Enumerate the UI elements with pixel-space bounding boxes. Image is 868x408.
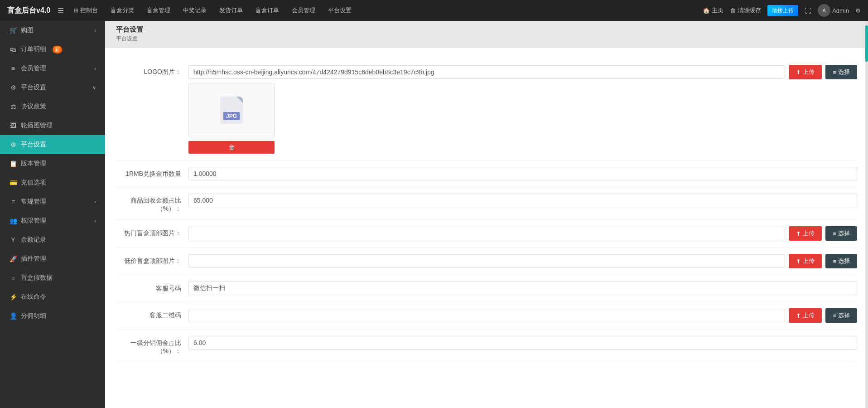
nav-ship-order[interactable]: 发货订单 xyxy=(214,4,248,17)
home-icon: 🏠 xyxy=(703,7,710,14)
member-icon: ≡ xyxy=(9,65,17,72)
list-icon-3: ≡ xyxy=(833,258,836,265)
recharge-icon: 💳 xyxy=(9,179,17,186)
logo-url-input[interactable] xyxy=(188,65,785,79)
cheap-box-control: ⬆ 上传 ≡ 选择 xyxy=(188,254,857,268)
sidebar-item-commission[interactable]: 👤 分佣明细 xyxy=(0,306,105,325)
logo-preview: JPG xyxy=(188,83,275,137)
dashboard-icon: ⊞ xyxy=(74,7,78,14)
sidebar-item-goutou[interactable]: 🛒 购图 ‹ xyxy=(0,21,105,40)
policy-icon: ⚖ xyxy=(9,103,17,110)
hot-box-url-input[interactable] xyxy=(188,227,785,240)
sidebar-item-online-cmd[interactable]: ⚡ 在线命令 xyxy=(0,287,105,306)
gear-btn[interactable]: ⚙ xyxy=(855,7,861,14)
jpg-label: JPG xyxy=(223,112,240,120)
upload-icon-4: ⬆ xyxy=(796,312,801,319)
sidebar-item-platform[interactable]: ⚙ 平台设置 ∨ xyxy=(0,78,105,97)
sidebar-item-plugin[interactable]: 🚀 插件管理 xyxy=(0,249,105,268)
form-content: LOGO图片： ⬆ 上传 ≡ 选择 xyxy=(105,48,868,408)
jpg-icon: JPG xyxy=(220,97,243,124)
sidebar: 🛒 购图 ‹ 🛍 订单明细 新 ≡ 会员管理 ‹ ⚙ 平台设置 ∨ ⚖ 协议政策… xyxy=(0,21,105,408)
service-qr-input-row: ⬆ 上传 ≡ 选择 xyxy=(188,308,857,323)
rmb-input[interactable] xyxy=(188,167,857,180)
recycle-input[interactable] xyxy=(188,194,857,207)
sidebar-item-policy[interactable]: ⚖ 协议政策 xyxy=(0,97,105,116)
file-icon: JPG xyxy=(220,97,243,124)
service-code-label: 客服号码 xyxy=(116,282,188,293)
hot-box-upload-btn[interactable]: ⬆ 上传 xyxy=(789,226,822,241)
service-qr-upload-btn[interactable]: ⬆ 上传 xyxy=(789,308,822,323)
user-info[interactable]: A Admin xyxy=(818,4,849,17)
fullscreen-btn[interactable]: ⛶ xyxy=(805,7,811,15)
service-code-control xyxy=(188,282,857,295)
sidebar-item-version[interactable]: 📋 版本管理 xyxy=(0,154,105,173)
sidebar-item-balance[interactable]: ¥ 余额记录 xyxy=(0,230,105,249)
arrow-icon-3: ∨ xyxy=(92,85,96,91)
recycle-row: 商品回收金额占比（%）： xyxy=(116,187,857,220)
home-link[interactable]: 🏠 主页 xyxy=(703,6,723,15)
sidebar-item-recharge[interactable]: 💳 充值选项 xyxy=(0,173,105,192)
cheap-box-upload-btn[interactable]: ⬆ 上传 xyxy=(789,254,822,268)
service-qr-control: ⬆ 上传 ≡ 选择 xyxy=(188,308,857,323)
avatar: A xyxy=(818,4,830,17)
sidebar-item-permission[interactable]: 👥 权限管理 ‹ xyxy=(0,211,105,230)
sidebar-item-general[interactable]: ≡ 常规管理 ‹ xyxy=(0,192,105,211)
hot-box-select-btn[interactable]: ≡ 选择 xyxy=(825,226,857,241)
list-icon-2: ≡ xyxy=(833,230,836,237)
breadcrumb-title: 平台设置 xyxy=(116,25,857,34)
nav-box-order[interactable]: 盲盒订单 xyxy=(250,4,285,17)
nav-member-manage[interactable]: 会员管理 xyxy=(286,4,321,17)
recycle-label: 商品回收金额占比（%）： xyxy=(116,194,188,213)
commission-row: 一级分销佣金占比（%）： xyxy=(116,330,857,362)
settings-icon: ⚙ xyxy=(9,84,17,91)
hamburger-btn[interactable]: ☰ xyxy=(58,6,64,15)
service-code-row: 客服号码 xyxy=(116,275,857,302)
commission-icon: 👤 xyxy=(9,312,17,320)
nav-box-category[interactable]: 盲盒分类 xyxy=(105,4,140,17)
breadcrumb: 平台设置 平台设置 xyxy=(105,21,868,48)
logo-delete-btn[interactable]: 🗑 xyxy=(188,141,275,154)
balance-icon: ¥ xyxy=(9,236,17,243)
upload-icon-3: ⬆ xyxy=(796,258,801,265)
service-qr-url-input[interactable] xyxy=(188,309,785,322)
hot-box-control: ⬆ 上传 ≡ 选择 xyxy=(188,226,857,241)
list-icon-4: ≡ xyxy=(833,312,836,319)
service-code-input[interactable] xyxy=(188,282,857,295)
logo-upload-btn[interactable]: ⬆ 上传 xyxy=(789,65,822,79)
commission-input[interactable] xyxy=(188,336,857,350)
logo-select-btn[interactable]: ≡ 选择 xyxy=(825,65,857,79)
logo-control: ⬆ 上传 ≡ 选择 JPG xyxy=(188,65,857,154)
gear-icon-2: ⚙ xyxy=(9,141,17,148)
commission-control xyxy=(188,336,857,350)
sidebar-item-platform-settings[interactable]: ⚙ 平台设置 xyxy=(0,135,105,154)
nav-dashboard[interactable]: ⊞控制台 xyxy=(68,4,103,17)
sidebar-item-carousel[interactable]: 🖼 轮播图管理 xyxy=(0,116,105,135)
cheap-box-url-input[interactable] xyxy=(188,254,785,268)
cmd-icon: ⚡ xyxy=(9,293,17,301)
order-icon: 🛍 xyxy=(9,46,17,53)
rmb-label: 1RMB兑换金币数量 xyxy=(116,167,188,178)
right-scrollbar xyxy=(865,21,868,408)
cheap-box-select-btn[interactable]: ≡ 选择 xyxy=(825,254,857,268)
service-qr-select-btn[interactable]: ≡ 选择 xyxy=(825,308,857,323)
nav-prize-record[interactable]: 中奖记录 xyxy=(178,4,212,17)
upload-top-btn[interactable]: 地接上传 xyxy=(767,5,798,16)
sidebar-item-member[interactable]: ≡ 会员管理 ‹ xyxy=(0,59,105,78)
upload-icon: ⬆ xyxy=(796,69,801,76)
arrow-icon-0: ‹ xyxy=(94,28,96,33)
topbar-menu: ⊞控制台 盲盒分类 盲盒管理 中奖记录 发货订单 盲盒订单 会员管理 平台设置 xyxy=(68,4,700,17)
sidebar-item-fake-data[interactable]: ○ 盲盒假数据 xyxy=(0,268,105,287)
hot-box-row: 热门盲盒顶部图片： ⬆ 上传 ≡ 选择 xyxy=(116,220,857,248)
list-icon: ≡ xyxy=(833,69,836,76)
plugin-icon: 🚀 xyxy=(9,255,17,262)
nav-box-manage[interactable]: 盲盒管理 xyxy=(141,4,176,17)
commission-label: 一级分销佣金占比（%）： xyxy=(116,336,188,355)
cheap-box-input-row: ⬆ 上传 ≡ 选择 xyxy=(188,254,857,268)
nav-platform-settings[interactable]: 平台设置 xyxy=(323,4,357,17)
layout: 🛒 购图 ‹ 🛍 订单明细 新 ≡ 会员管理 ‹ ⚙ 平台设置 ∨ ⚖ 协议政策… xyxy=(0,21,868,408)
trash-icon: 🗑 xyxy=(730,7,736,14)
sidebar-item-order-detail[interactable]: 🛍 订单明细 新 xyxy=(0,40,105,59)
arrow-icon-10: ‹ xyxy=(94,218,96,223)
topbar: 盲盒后台v4.0 ☰ ⊞控制台 盲盒分类 盲盒管理 中奖记录 发货订单 盲盒订单… xyxy=(0,0,868,21)
clear-cache-btn[interactable]: 🗑 清除缓存 xyxy=(730,6,761,15)
